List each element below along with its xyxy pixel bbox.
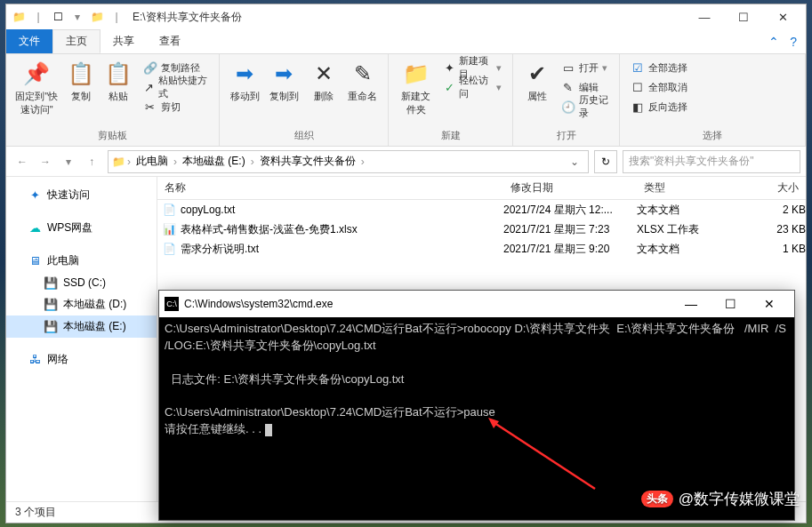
properties-button[interactable]: ✔属性 [520,58,554,105]
history-button[interactable]: 🕘历史记录 [558,97,612,116]
cmd-maximize-button[interactable]: ☐ [711,291,750,317]
nav-quick-access[interactable]: ✦快速访问 [6,184,157,206]
window-title: E:\资料共享文件夹备份 [133,10,242,25]
cmd-minimize-button[interactable]: — [671,291,711,317]
tab-view[interactable]: 查看 [147,29,193,53]
folder-small-icon: 📁 [88,8,106,26]
qat-dropdown-icon[interactable]: ▾ [68,8,86,26]
select-all-icon: ☑ [631,60,645,75]
nav-this-pc[interactable]: 🖥此电脑 [6,250,157,272]
file-name: 需求分析说明.txt [181,242,503,257]
open-icon: ▭ [561,60,575,75]
file-size: 1 KB [735,243,806,255]
col-date[interactable]: 修改日期 [503,180,637,196]
crumb-folder[interactable]: 资料共享文件夹备份 [256,154,359,169]
tab-home[interactable]: 主页 [52,29,100,53]
col-type[interactable]: 类型 [637,180,735,196]
col-name[interactable]: 名称 [157,180,503,196]
cursor [265,424,272,436]
ribbon: 📌 固定到"快速访问" 📋 复制 📋 粘贴 🔗复制路径 ↗粘贴快捷方式 ✂剪切 [6,54,806,147]
paste-shortcut-button[interactable]: ↗粘贴快捷方式 [140,77,212,97]
nav-ssd-c[interactable]: 💾SSD (C:) [6,272,157,293]
recent-dropdown[interactable]: ▾ [58,151,79,172]
forward-button[interactable]: → [35,151,56,172]
open-button[interactable]: ▭打开▾ [558,58,612,77]
easy-access-icon: ✓ [443,80,455,94]
watermark: 头条 @数字传媒微课堂 [641,489,800,509]
col-size[interactable]: 大小 [735,180,806,196]
chevron-up-icon[interactable]: ⌃ [768,35,779,49]
nav-drive-e[interactable]: 💾本地磁盘 (E:) [6,315,157,338]
cut-button[interactable]: ✂剪切 [140,97,212,116]
copy-icon: 📋 [67,60,95,88]
cmd-icon: C:\ [165,297,179,311]
select-none-button[interactable]: ☐全部取消 [627,77,691,97]
delete-button[interactable]: ✕删除 [306,58,342,105]
watermark-badge: 头条 [641,491,673,507]
address-bar[interactable]: 📁 › 此电脑 › 本地磁盘 (E:) › 资料共享文件夹备份 › ⌄ [108,150,589,173]
file-icon: 📄 [161,243,177,255]
minimize-button[interactable]: — [685,4,724,29]
easy-access-button[interactable]: ✓轻松访问▾ [439,77,505,97]
qat-sep2: | [108,8,125,26]
refresh-button[interactable]: ↻ [594,150,617,173]
tab-share[interactable]: 共享 [100,29,147,53]
path-icon: 🔗 [143,60,157,75]
drive-icon: 📁 [112,156,125,168]
titlebar[interactable]: 📁 | ☐ ▾ 📁 | E:\资料共享文件夹备份 — ☐ ✕ [6,4,806,29]
copy-button[interactable]: 📋 复制 [63,58,98,105]
file-list: 📄copyLog.txt2021/7/24 星期六 12:...文本文档2 KB… [157,200,806,259]
maximize-button[interactable]: ☐ [724,4,763,29]
copy-to-icon: ➡ [269,60,298,88]
ribbon-group-select: ☑全部选择 ☐全部取消 ◧反向选择 选择 [620,54,806,146]
nav-drive-d[interactable]: 💾本地磁盘 (D:) [6,293,157,315]
invert-selection-button[interactable]: ◧反向选择 [627,97,691,116]
new-folder-button[interactable]: 📁新建文件夹 [396,58,436,118]
file-size: 2 KB [735,204,806,216]
select-all-button[interactable]: ☑全部选择 [627,58,691,77]
rename-icon: ✎ [349,60,377,88]
shortcut-icon: ↗ [143,80,156,94]
paste-button[interactable]: 📋 粘贴 [101,58,136,105]
history-icon: 🕘 [561,100,575,114]
file-row[interactable]: 📊表格样式-销售数据-浅蓝色-免费1.xlsx2021/7/21 星期三 7:2… [157,220,806,239]
file-date: 2021/7/21 星期三 9:20 [503,242,637,257]
invert-icon: ◧ [631,100,645,114]
cmd-window[interactable]: C:\ C:\Windows\system32\cmd.exe — ☐ ✕ C:… [158,290,795,521]
new-group-label: 新建 [396,127,505,142]
cloud-icon: ☁ [28,221,42,236]
crumb-pc[interactable]: 此电脑 [133,154,172,169]
watermark-text: @数字传媒微课堂 [679,489,800,509]
window-controls: — ☐ ✕ [685,4,802,29]
close-button[interactable]: ✕ [763,4,802,29]
pc-icon: 🖥 [28,254,42,268]
cmd-close-button[interactable]: ✕ [750,291,789,317]
column-headers[interactable]: 名称 修改日期 类型 大小 [157,177,806,200]
file-row[interactable]: 📄需求分析说明.txt2021/7/21 星期三 9:20文本文档1 KB [157,239,806,259]
nav-network[interactable]: 🖧网络 [6,348,157,371]
move-to-button[interactable]: ➡移动到 [227,58,262,105]
address-row: ← → ▾ ↑ 📁 › 此电脑 › 本地磁盘 (E:) › 资料共享文件夹备份 … [6,147,806,177]
back-button[interactable]: ← [12,151,33,172]
rename-button[interactable]: ✎重命名 [345,58,381,105]
up-button[interactable]: ↑ [81,151,102,172]
drive-icon-c: 💾 [44,275,58,290]
crumb-drive[interactable]: 本地磁盘 (E:) [179,154,249,169]
pin-quick-access-button[interactable]: 📌 固定到"快速访问" [13,58,60,118]
copy-to-button[interactable]: ➡复制到 [266,58,301,105]
file-row[interactable]: 📄copyLog.txt2021/7/24 星期六 12:...文本文档2 KB [157,200,806,220]
search-input[interactable]: 搜索"资料共享文件夹备份" [623,150,800,173]
address-dropdown-icon[interactable]: ⌄ [565,156,584,168]
drive-icon-e: 💾 [44,320,58,334]
cmd-titlebar[interactable]: C:\ C:\Windows\system32\cmd.exe — ☐ ✕ [159,291,794,317]
checkbox-icon[interactable]: ☐ [49,8,67,26]
file-date: 2021/7/21 星期三 7:23 [503,222,637,237]
nav-wps[interactable]: ☁WPS网盘 [6,217,157,239]
clipboard-group-label: 剪贴板 [13,127,212,142]
new-item-icon: ✦ [443,60,455,75]
tab-file[interactable]: 文件 [6,29,52,53]
star-icon: ✦ [28,188,42,203]
navigation-pane[interactable]: ✦快速访问 ☁WPS网盘 🖥此电脑 💾SSD (C:) 💾本地磁盘 (D:) 💾… [6,177,157,501]
help-icon[interactable]: ? [790,35,797,49]
qat-sep: | [29,8,47,26]
